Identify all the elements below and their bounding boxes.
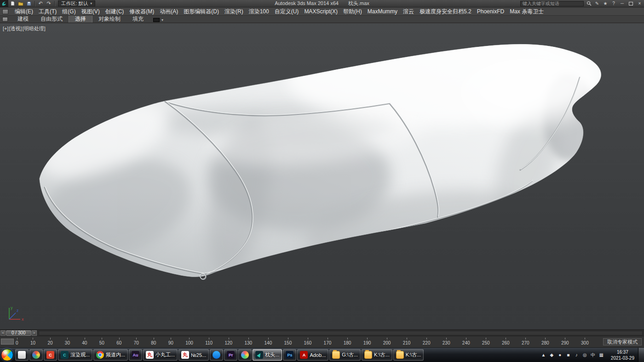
menu-item[interactable]: 编辑(E)	[12, 8, 36, 16]
taskbar-button-folder[interactable]: K:\古...	[362, 349, 392, 361]
trackbar-tick: 300	[581, 340, 589, 345]
circle-color2-icon	[241, 351, 249, 359]
workspace-label: 工作区: 默认	[61, 0, 88, 7]
cancel-expert-mode-button[interactable]: 取消专家模式	[603, 338, 642, 345]
ribbon-tab[interactable]: 选择	[69, 15, 92, 23]
menu-item[interactable]: 渲染100	[246, 8, 272, 16]
previous-frame-button[interactable]: <	[0, 330, 6, 336]
help-icon[interactable]: ?	[610, 0, 617, 6]
ribbon-grid-icon[interactable]	[2, 17, 8, 22]
start-button[interactable]	[1, 349, 13, 361]
menubar-grid-icon[interactable]	[2, 9, 8, 14]
taskbar-button-red-c[interactable]: C	[44, 349, 57, 361]
trackbar-tick: 170	[324, 340, 332, 345]
tray-app-icon-5[interactable]: ◎	[581, 352, 588, 357]
save-file-icon[interactable]	[25, 0, 33, 7]
taskbar-button-label: 小丸工...	[155, 351, 175, 358]
taskbar-button-teal-c[interactable]: C渲染观...	[58, 349, 92, 361]
tray-app-icon-3[interactable]: ■	[565, 352, 572, 357]
menu-item[interactable]: 修改器(M)	[126, 8, 157, 16]
tray-app-icon-2[interactable]: ●	[557, 352, 564, 357]
pillow-model	[0, 23, 644, 329]
viewport-view-menu[interactable]: [透视]	[9, 26, 22, 31]
menu-item[interactable]: 工具(T)	[36, 8, 59, 16]
minimize-button[interactable]: ─	[619, 0, 626, 6]
red-c-icon: C	[46, 351, 54, 359]
taskbar-button-adobe-au[interactable]: Au	[129, 349, 142, 361]
time-slider-track[interactable]	[39, 331, 643, 335]
track-bar[interactable]: 0102030405060708090100110120130140150160…	[0, 336, 644, 348]
taskbar-button-max[interactable]: 枕头...	[253, 349, 282, 361]
viewport-plus-menu[interactable]: [+]	[3, 26, 9, 31]
taskbar-button-acrobat[interactable]: AAdob...	[297, 349, 328, 361]
taskbar-button-label: №25...	[191, 352, 206, 358]
menu-item[interactable]: 组(G)	[59, 8, 78, 16]
taskbar-button-adobe-pr[interactable]: Pr	[224, 349, 237, 361]
menu-item[interactable]: 极速度身安全归档5.2	[417, 8, 474, 16]
wan-icon: 丸	[181, 351, 189, 359]
menu-item[interactable]: MaxMummy	[365, 8, 400, 16]
maximize-button[interactable]	[627, 0, 634, 6]
taskbar-button-folder[interactable]: G:\古...	[329, 349, 361, 361]
input-method-indicator[interactable]: 中	[590, 352, 597, 358]
app-logo-icon[interactable]	[0, 0, 8, 7]
workspace-selector[interactable]: 工作区: 默认 ▾	[58, 0, 95, 6]
taskbar-button-circle-color[interactable]	[29, 349, 43, 361]
circle-color-icon	[32, 351, 40, 359]
menu-item[interactable]: MAXScript(X)	[301, 8, 340, 16]
taskbar-button-adobe-ps[interactable]: Ps	[283, 349, 296, 361]
ribbon-tab[interactable]: 对象绘制	[92, 16, 126, 23]
menu-item[interactable]: 创建(C)	[103, 8, 127, 16]
taskbar-button-wan[interactable]: 丸№25...	[178, 349, 209, 361]
ribbon-tab[interactable]: 填充	[126, 16, 150, 23]
network-icon[interactable]: ▦	[598, 352, 605, 357]
taskbar-button-chrome[interactable]: 频道内...	[93, 349, 128, 361]
menu-item[interactable]: Max 杀毒卫士	[507, 8, 546, 16]
pencil-icon[interactable]: ✎	[594, 0, 600, 6]
menu-item[interactable]: 渲染(R)	[222, 8, 246, 16]
system-tray: ▲◆●■♪◎中▦	[538, 352, 607, 358]
time-slider-handle[interactable]: 0 / 300	[6, 330, 31, 336]
taskbar-button-folder[interactable]: K:\古...	[393, 349, 424, 361]
next-frame-button[interactable]: >	[32, 330, 37, 336]
taskbar-button-label: G:\古...	[342, 351, 358, 358]
menu-item[interactable]: 自定义(U)	[272, 8, 302, 16]
taskbar-button-circle-color2[interactable]	[238, 349, 252, 361]
menu-item[interactable]: 图形编辑器(D)	[181, 8, 222, 16]
menu-item[interactable]: 视图(V)	[79, 8, 103, 16]
ribbon-tab[interactable]: 自由形式	[34, 16, 69, 23]
star-icon[interactable]: ★	[602, 0, 609, 6]
ribbon-tab[interactable]: 建模	[12, 16, 34, 23]
menu-item[interactable]: PhoenixFD	[474, 8, 507, 16]
taskbar-button-wan[interactable]: 丸小丸工...	[143, 349, 178, 361]
taskbar-button-label: 渲染观...	[70, 351, 90, 358]
menu-item[interactable]: 渲云	[400, 8, 417, 16]
close-button[interactable]: ×	[636, 0, 643, 6]
viewport-shading-menu[interactable]: [明暗处理]	[23, 26, 46, 31]
ribbon-tabs-bar: 建模自由形式选择对象绘制填充 ▾	[0, 16, 644, 23]
show-desktop-button[interactable]	[638, 348, 644, 362]
open-file-icon[interactable]	[17, 0, 25, 7]
tray-app-icon-1[interactable]: ◆	[548, 352, 555, 357]
chrome-icon	[96, 351, 104, 359]
trackbar-tick: 70	[134, 340, 139, 345]
redo-icon[interactable]: ↷	[45, 0, 53, 7]
search-icon[interactable]	[586, 0, 592, 6]
taskbar-button-tool-white[interactable]	[15, 349, 29, 361]
tray-show-hidden-icon[interactable]: ▲	[540, 352, 547, 357]
trackbar-tick: 250	[482, 340, 490, 345]
trackbar-tick: 230	[443, 340, 450, 345]
viewport[interactable]: [+][透视][明暗处理] x y z	[0, 23, 644, 329]
ribbon-overflow-icon[interactable]: ▾	[153, 18, 163, 22]
search-input[interactable]	[520, 1, 584, 6]
taskbar-button-tim[interactable]	[210, 349, 223, 361]
new-scene-icon[interactable]	[8, 0, 17, 7]
taskbar-clock[interactable]: 16:37 2021-03-29	[607, 349, 638, 361]
adobe-ps-icon: Ps	[286, 351, 293, 359]
undo-icon[interactable]: ↶	[36, 0, 45, 7]
tool-white-icon	[18, 351, 26, 359]
tray-app-icon-4[interactable]: ♪	[573, 352, 580, 357]
menu-item[interactable]: 动画(A)	[157, 8, 181, 16]
adobe-pr-icon: Pr	[227, 351, 235, 359]
menu-item[interactable]: 帮助(H)	[340, 8, 365, 16]
